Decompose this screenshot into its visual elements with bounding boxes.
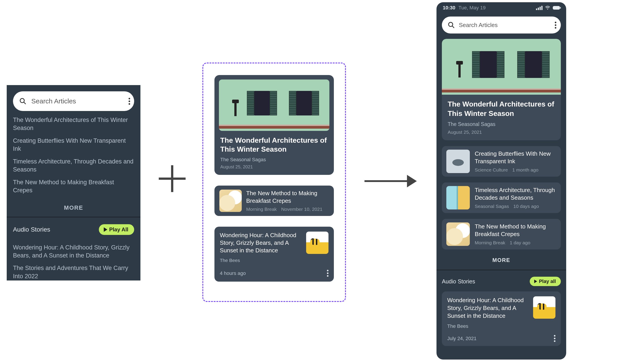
article-row[interactable]: The New Method to Making Breakfast Crepe… — [442, 219, 561, 249]
audio-card-source: The Bees — [447, 323, 528, 329]
article-row-image — [446, 186, 470, 209]
arrow-icon — [364, 174, 418, 187]
stack-card-title: Wondering Hour: A Childhood Story, Grizz… — [220, 232, 302, 254]
audio-title-item[interactable]: The Stories and Adventures That We Carry… — [13, 264, 134, 280]
search-placeholder: Search Articles — [459, 22, 554, 28]
audio-header-label: Audio Stories — [13, 226, 50, 233]
row-card-image — [219, 189, 242, 212]
search-bar[interactable]: Search Articles — [13, 91, 134, 111]
article-row[interactable]: Timeless Architecture, Through Decades a… — [442, 182, 561, 213]
article-title-item[interactable]: Creating Butterflies With New Transparen… — [13, 137, 134, 153]
play-icon — [104, 227, 107, 232]
row-card[interactable]: The New Method to Making Breakfast Crepe… — [214, 185, 334, 216]
status-date: Tue, May 19 — [458, 5, 486, 11]
svg-line-4 — [452, 26, 454, 28]
row-card-title: The New Method to Making Breakfast Crepe… — [246, 189, 329, 205]
audio-section-header: Audio Stories Play All — [7, 217, 140, 237]
audio-card[interactable]: Wondering Hour: A Childhood Story, Grizz… — [442, 291, 561, 346]
stack-card-time: 4 hours ago — [220, 270, 246, 276]
play-all-button[interactable]: Play all — [530, 277, 561, 286]
stack-card[interactable]: Wondering Hour: A Childhood Story, Grizz… — [214, 227, 334, 282]
component-gallery: The Wonderful Architectures of This Wint… — [202, 62, 346, 302]
svg-line-1 — [24, 102, 26, 104]
article-row-source: Science Culture — [475, 167, 508, 173]
phone-mockup: 10:30 Tue, May 19 Search Articles — [436, 2, 566, 360]
row-card-source: Morning Break — [246, 206, 277, 212]
play-all-label: Play All — [109, 226, 128, 233]
article-row-date: 1 month ago — [512, 167, 538, 173]
hero-card-image — [219, 79, 330, 131]
article-row-title: The New Method to Making Breakfast Crepe… — [475, 223, 556, 238]
hero-card[interactable]: The Wonderful Architectures of This Wint… — [442, 39, 561, 140]
more-icon[interactable] — [327, 270, 328, 277]
battery-icon — [553, 6, 560, 9]
hero-card-image — [442, 39, 561, 95]
article-row-date: 10 days ago — [514, 204, 539, 209]
search-placeholder: Search Articles — [31, 97, 128, 105]
more-icon[interactable] — [128, 98, 130, 105]
article-row-title: Creating Butterflies With New Transparen… — [475, 150, 556, 165]
status-bar: 10:30 Tue, May 19 — [436, 2, 566, 13]
audio-header-label: Audio Stories — [442, 278, 475, 285]
hero-card-source: The Seasonal Sagas — [448, 121, 555, 127]
more-button[interactable]: MORE — [7, 199, 140, 217]
hero-card[interactable]: The Wonderful Architectures of This Wint… — [214, 75, 334, 175]
audio-card-date: July 24, 2021 — [447, 336, 476, 342]
audio-title-item[interactable]: Wondering Hour: A Childhood Story, Grizz… — [13, 243, 134, 260]
row-card-date: November 10, 2021 — [281, 206, 322, 212]
article-title-list: The Wonderful Architectures of This Wint… — [7, 116, 140, 194]
svg-point-2 — [547, 8, 548, 9]
play-icon — [534, 280, 537, 283]
more-icon[interactable] — [554, 335, 556, 342]
stack-card-image — [306, 232, 328, 254]
article-row-title: Timeless Architecture, Through Decades a… — [475, 186, 556, 202]
hero-card-title: The Wonderful Architectures of This Wint… — [220, 136, 328, 154]
plus-icon — [159, 165, 186, 192]
audio-section-header: Audio Stories Play all — [436, 270, 566, 290]
article-row-image — [446, 222, 470, 246]
search-bar[interactable]: Search Articles — [442, 16, 561, 33]
article-title-item[interactable]: Timeless Architecture, Through Decades a… — [13, 158, 134, 174]
article-row-image — [446, 150, 470, 173]
more-button[interactable]: MORE — [442, 249, 561, 270]
hero-card-title: The Wonderful Architectures of This Wint… — [448, 100, 555, 118]
wifi-icon — [545, 6, 550, 10]
stack-card-source: The Bees — [220, 258, 302, 263]
article-title-item[interactable]: The New Method to Making Breakfast Crepe… — [13, 178, 134, 194]
status-time: 10:30 — [443, 5, 455, 11]
audio-card-title: Wondering Hour: A Childhood Story, Grizz… — [447, 296, 528, 320]
hero-card-date: August 25, 2021 — [220, 164, 328, 170]
play-all-label: Play all — [539, 278, 556, 284]
article-row-source: Morning Break — [475, 240, 505, 245]
search-icon — [448, 21, 455, 28]
more-icon[interactable] — [554, 22, 556, 28]
article-row-source: Seasonal Sagas — [475, 204, 509, 209]
hero-card-source: The Seasonal Sagas — [220, 157, 328, 163]
search-icon — [19, 98, 26, 105]
audio-card-image — [533, 296, 556, 319]
play-all-button[interactable]: Play All — [99, 224, 134, 235]
article-title-item[interactable]: The Wonderful Architectures of This Wint… — [13, 116, 134, 132]
article-row-date: 1 day ago — [510, 240, 530, 245]
article-row[interactable]: Creating Butterflies With New Transparen… — [442, 146, 561, 177]
spec-panel: Search Articles The Wonderful Architectu… — [7, 85, 140, 281]
signal-icon — [536, 6, 542, 10]
hero-card-date: August 25, 2021 — [448, 130, 555, 135]
audio-title-list: Wondering Hour: A Childhood Story, Grizz… — [7, 237, 140, 281]
